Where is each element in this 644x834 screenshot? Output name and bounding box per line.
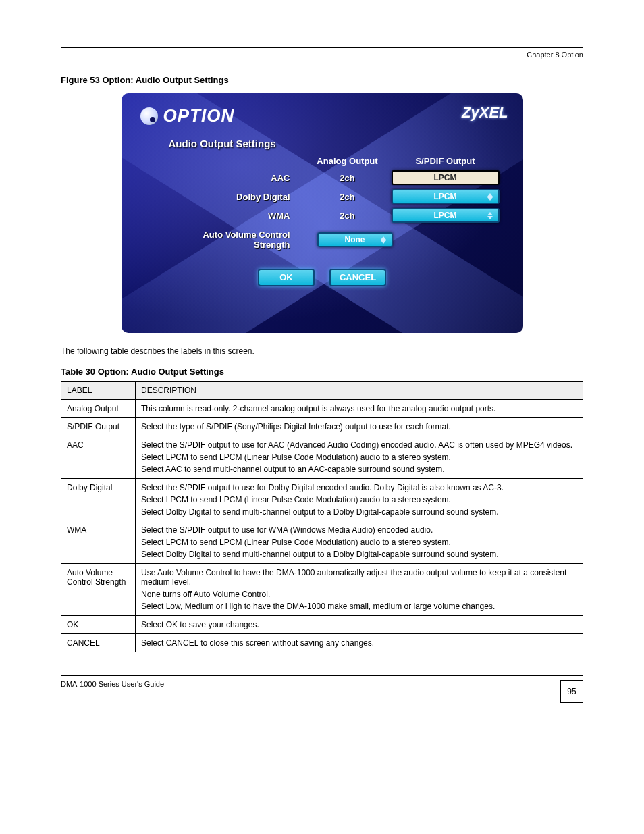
row-label: Auto Volume Control Strength	[61, 564, 136, 616]
avc-select[interactable]: None	[317, 232, 393, 247]
table-row: AAC Select the S/PDIF output to use for …	[61, 436, 583, 479]
row-label-wma: WMA	[169, 211, 304, 221]
row-desc: Select the type of S/PDIF (Sony/Philips …	[136, 418, 583, 436]
footer-title: DMA-1000 Series User's Guide	[61, 680, 164, 688]
wma-spdif-select[interactable]: LPCM	[392, 208, 500, 223]
th-label: LABEL	[61, 382, 136, 400]
table-caption: Table 30 Option: Audio Output Settings	[61, 367, 583, 377]
chapter-ref: Chapter 8 Option	[527, 51, 583, 59]
dolby-spdif-select[interactable]: LPCM	[392, 189, 500, 204]
aac-analog: 2ch	[304, 173, 392, 183]
row-label: CANCEL	[61, 634, 136, 652]
row-desc: Select the S/PDIF output to use for WMA …	[136, 521, 583, 564]
brand-logo: ZyXEL	[462, 104, 508, 122]
audio-grid: Analog Output S/PDIF Output AAC 2ch LPCM…	[169, 156, 503, 223]
option-heading-text: OPTION	[163, 105, 235, 126]
row-label: S/PDIF Output	[61, 418, 136, 436]
th-desc: DESCRIPTION	[136, 382, 583, 400]
table-row: Auto Volume Control Strength Use Auto Vo…	[61, 564, 583, 616]
table-row: Dolby Digital Select the S/PDIF output t…	[61, 479, 583, 521]
chevron-updown-icon	[487, 210, 495, 221]
row-label: Dolby Digital	[61, 479, 136, 521]
row-desc: Select the S/PDIF output to use for Dolb…	[136, 479, 583, 521]
row-desc: Select CANCEL to close this screen witho…	[136, 634, 583, 652]
table-row: Analog Output This column is read-only. …	[61, 400, 583, 418]
chevron-updown-icon	[381, 234, 389, 245]
avc-label: Auto Volume Control Strength	[169, 230, 304, 250]
table-row: OK Select OK to save your changes.	[61, 616, 583, 634]
row-label-dolby: Dolby Digital	[169, 192, 304, 202]
page-number: 95	[560, 680, 583, 703]
dolby-analog: 2ch	[304, 192, 392, 202]
col-analog: Analog Output	[304, 156, 392, 166]
page-header: Chapter 8 Option	[61, 51, 583, 59]
row-label: WMA	[61, 521, 136, 564]
table-row: CANCEL Select CANCEL to close this scree…	[61, 634, 583, 652]
table-intro: The following table describes the labels…	[61, 346, 583, 356]
disc-icon	[140, 107, 158, 125]
row-desc: Select OK to save your changes.	[136, 616, 583, 634]
aac-spdif-select[interactable]: LPCM	[392, 170, 500, 185]
col-spdif: S/PDIF Output	[392, 156, 500, 166]
description-table: LABEL DESCRIPTION Analog Output This col…	[61, 381, 583, 652]
table-row: S/PDIF Output Select the type of S/PDIF …	[61, 418, 583, 436]
row-label: Analog Output	[61, 400, 136, 418]
row-desc: Select the S/PDIF output to use for AAC …	[136, 436, 583, 479]
table-row: WMA Select the S/PDIF output to use for …	[61, 521, 583, 564]
row-label-aac: AAC	[169, 173, 304, 183]
ok-button[interactable]: OK	[258, 269, 315, 286]
row-desc: This column is read-only. 2-channel anal…	[136, 400, 583, 418]
row-desc: Use Auto Volume Control to have the DMA-…	[136, 564, 583, 616]
row-label: OK	[61, 616, 136, 634]
chevron-updown-icon	[487, 191, 495, 202]
figure-caption: Figure 53 Option: Audio Output Settings	[61, 75, 583, 85]
row-label: AAC	[61, 436, 136, 479]
tv-screen: OPTION ZyXEL Audio Output Settings Analo…	[122, 93, 523, 333]
wma-analog: 2ch	[304, 211, 392, 221]
option-heading: OPTION	[140, 105, 235, 126]
settings-subtitle: Audio Output Settings	[169, 138, 503, 149]
cancel-button[interactable]: CANCEL	[329, 269, 386, 286]
